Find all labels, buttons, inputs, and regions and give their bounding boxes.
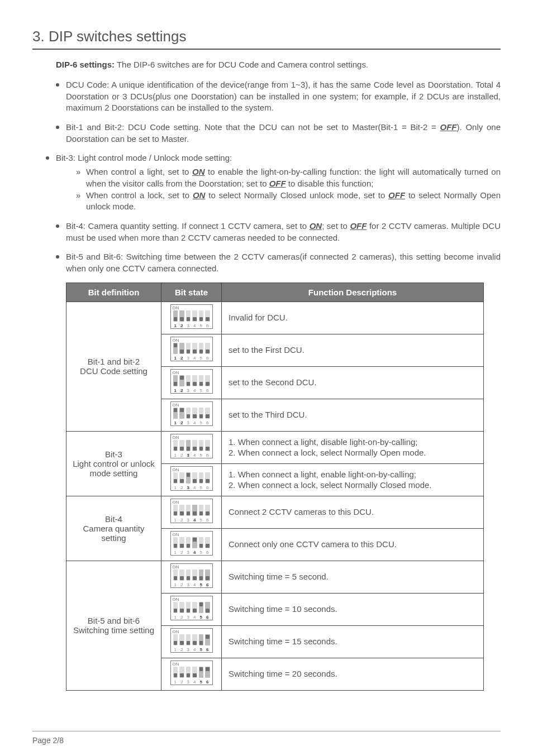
dip-switch-diagram: ON123456 [170,531,213,556]
dip-num-2: 2 [179,485,184,490]
dip-num-3: 3 [186,647,191,652]
dip-switch-diagram: ON123456 [170,466,213,491]
function-desc-cell: Connect 2 CCTV cameras to this DCU. [222,496,484,528]
table-row: Bit-1 and bit-2DCU Code settingON123456I… [66,302,484,334]
dip-switch-diagram: ON123456 [170,401,213,426]
dip-knob [193,609,197,613]
text: Bit-3: Light control mode / Unlock mode … [56,153,232,162]
dip-num-6: 6 [205,647,210,652]
dip-slot-1 [173,408,178,419]
dip-num-3: 3 [186,388,191,393]
keyword-off: OFF [388,190,405,200]
function-desc-cell: set to the First DCU. [222,334,484,366]
dip-knob [206,576,210,580]
dip-num-6: 6 [205,453,210,458]
dip-num-2: 2 [179,582,184,587]
dip-slot-5 [199,343,204,354]
dip-switch-diagram: ON123456 [170,369,213,394]
dip-knob [199,350,203,353]
dip-slots [173,310,210,322]
dip-knob [174,576,178,580]
dip-slot-1 [173,343,178,354]
dip-switch-diagram: ON123456 [170,628,213,653]
text: When control a light, set to [86,167,192,176]
dip-slot-5 [199,310,204,322]
keyword-off: OFF [350,221,367,231]
dip-slots [173,602,210,613]
text: When control a lock, set to [86,190,193,200]
dip-numbers: 123456 [173,420,210,425]
dip-knob [199,382,203,386]
dip-num-6: 6 [205,388,210,393]
function-desc-cell: set to the Second DCU. [222,366,484,399]
dip-slot-3 [186,537,191,548]
dip-switch-diagram: ON123456 [170,337,213,361]
dip-knob [180,576,184,580]
dip-slots [173,375,210,386]
dip-num-5: 5 [199,582,204,587]
dip-slot-1 [173,472,178,484]
dip-slot-6 [205,667,210,678]
dip-slot-5 [199,408,204,419]
dip-slot-6 [205,570,210,581]
bit-state-cell: ON123456 [161,496,222,528]
dip-knob [187,576,191,580]
dip-slot-4 [192,408,197,419]
dip-slot-1 [173,310,178,322]
dip-knob [193,641,197,645]
col-bit-state: Bit state [161,283,222,302]
dip-slot-6 [205,343,210,354]
keyword-off: OFF [269,179,286,188]
dip-knob [206,350,210,353]
dip-num-5: 5 [199,356,204,361]
dip-num-5: 5 [199,485,204,490]
dip-slot-1 [173,667,178,678]
dip-slot-5 [199,537,204,548]
dip-knob [206,667,210,671]
keyword-on: ON [192,167,205,176]
dip-numbers: 123456 [173,582,210,587]
bullet-bit4: Bit-4: Camera quantity setting. If conne… [56,221,501,243]
dip-knob [187,473,191,477]
bit-definition-cell: Bit-3Light control or unlockmode setting [66,431,161,496]
dip-on-label: ON [173,435,179,440]
dip-knob [187,382,191,386]
dip-slot-1 [173,602,178,613]
bit-state-cell: ON123456 [161,658,222,690]
dip-knob [174,479,178,483]
dip-numbers: 123456 [173,615,210,620]
intro-label: DIP-6 settings: [56,60,115,69]
dip-num-4: 4 [192,388,197,393]
bullet-bit1-2: Bit-1 and Bit-2: DCU Code setting. Note … [56,122,501,145]
dip-num-5: 5 [199,388,204,393]
dip-slot-5 [199,472,204,484]
dip-numbers: 123456 [173,550,210,555]
function-desc-cell: 1. When connect a light, disable light-o… [222,431,484,463]
dip-slots [173,505,210,516]
dip-slot-5 [199,375,204,386]
dip-num-5: 5 [199,647,204,652]
dip-slot-3 [186,505,191,516]
dip-on-label: ON [173,338,179,343]
sub-list: When control a light, set to ON to enabl… [76,166,501,213]
dip-on-label: ON [173,403,179,408]
dip-slots [173,667,210,678]
dip-num-2: 2 [179,388,184,393]
dip-slot-3 [186,570,191,581]
dip-slot-2 [179,537,184,548]
dip-slot-5 [199,505,204,516]
dip-slot-4 [192,602,197,613]
dip-slot-2 [179,343,184,354]
dip-num-4: 4 [192,485,197,490]
dip-knob [206,479,210,483]
dip-knob [193,382,197,386]
dip-num-2: 2 [179,356,184,361]
dip-knob [174,641,178,645]
function-desc-cell: 1. When connect a light, enable light-on… [222,463,484,496]
dip-knob [193,673,197,677]
text: ; set to [322,221,350,231]
dip-knob [180,511,184,515]
dip-slots [173,343,210,354]
section-title: 3. DIP switches settings [32,28,501,45]
dip-knob [206,544,210,548]
